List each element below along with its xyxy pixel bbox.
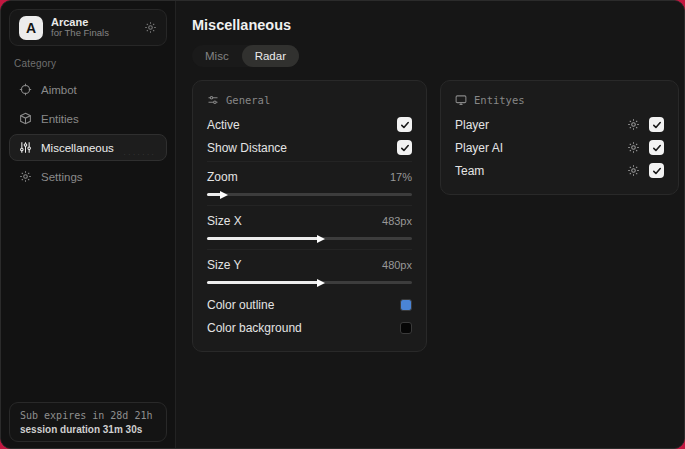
divider [207,249,412,250]
sidebar-item-label: Settings [41,171,83,183]
entity-row-player: Player [455,113,664,136]
slider-fill [207,237,320,240]
tab-bar: Misc Radar [192,45,299,67]
gear-icon[interactable] [627,141,640,154]
slider-thumb[interactable] [220,191,228,199]
entity-label: Player [455,118,489,132]
sub-expiry-text: Sub expires in 28d 21h [20,410,156,421]
slider-row-zoom: Zoom 17% [207,165,412,188]
entities-panel: Entityes Player [440,80,679,195]
tab-misc[interactable]: Misc [192,45,242,67]
size-x-value: 483px [382,215,412,227]
crosshair-icon [19,83,32,96]
player-checkbox[interactable] [649,117,664,132]
texture-dots: ······· [123,150,156,159]
brand-logo: A [19,16,43,40]
divider [207,161,412,162]
slider-fill [207,281,320,284]
team-checkbox[interactable] [649,163,664,178]
sidebar-item-label: Entities [41,113,79,125]
entities-panel-title: Entityes [474,94,525,106]
color-row-outline: Color outline [207,293,412,316]
sidebar-item-entities[interactable]: Entities [9,105,167,132]
color-label: Color background [207,321,302,335]
toggle-row-active: Active [207,113,412,136]
category-label: Category [14,58,162,69]
sliders-icon [19,141,32,154]
general-panel-title: General [226,94,270,106]
sidebar: A Arcane for The Finals Category Aimbot [1,1,176,448]
entities-panel-header: Entityes [455,94,664,106]
brand-card: A Arcane for The Finals [9,9,167,46]
slider-label: Zoom [207,170,238,184]
sidebar-item-label: Miscellaneous [41,142,114,154]
entity-label: Player AI [455,141,503,155]
general-panel: General Active Show Distance [192,80,427,352]
sidebar-item-label: Aimbot [41,84,77,96]
gear-icon[interactable] [627,118,640,131]
size-y-slider[interactable] [207,281,412,284]
gear-icon [19,170,32,183]
size-y-value: 480px [382,259,412,271]
show-distance-checkbox[interactable] [397,140,412,155]
toggle-label: Active [207,118,240,132]
monitor-icon [455,94,467,106]
player-ai-checkbox[interactable] [649,140,664,155]
sidebar-item-aimbot[interactable]: Aimbot [9,76,167,103]
entity-row-team: Team [455,159,664,182]
session-duration-text: session duration 31m 30s [20,424,156,435]
slider-row-size-x: Size X 483px [207,209,412,232]
panels-row: General Active Show Distance [192,80,679,352]
color-row-background: Color background [207,316,412,339]
entity-label: Team [455,164,484,178]
toggle-label: Show Distance [207,141,287,155]
color-outline-swatch[interactable] [400,299,412,311]
sidebar-item-miscellaneous[interactable]: Miscellaneous ······· [9,134,167,161]
toggle-row-show-distance: Show Distance [207,136,412,159]
tab-radar[interactable]: Radar [242,45,299,67]
color-label: Color outline [207,298,274,312]
slider-thumb[interactable] [317,279,325,287]
brand-subtitle: for The Finals [51,28,109,39]
gear-icon[interactable] [627,164,640,177]
sidebar-item-settings[interactable]: Settings [9,163,167,190]
main-content: Miscellaneous Misc Radar General [176,1,685,448]
cube-icon [19,112,32,125]
slider-label: Size X [207,214,242,228]
zoom-slider[interactable] [207,193,412,196]
divider [207,205,412,206]
color-background-swatch[interactable] [400,322,412,334]
active-checkbox[interactable] [397,117,412,132]
size-x-slider[interactable] [207,237,412,240]
app-window: A Arcane for The Finals Category Aimbot [0,0,685,449]
zoom-value: 17% [390,171,412,183]
slider-thumb[interactable] [317,235,325,243]
sliders-icon [207,94,219,106]
subscription-card: Sub expires in 28d 21h session duration … [9,402,167,442]
slider-row-size-y: Size Y 480px [207,253,412,276]
general-panel-header: General [207,94,412,106]
page-title: Miscellaneous [192,17,679,33]
entity-row-player-ai: Player AI [455,136,664,159]
slider-label: Size Y [207,258,241,272]
gear-icon[interactable] [144,21,157,34]
brand-text: Arcane for The Finals [51,16,109,40]
